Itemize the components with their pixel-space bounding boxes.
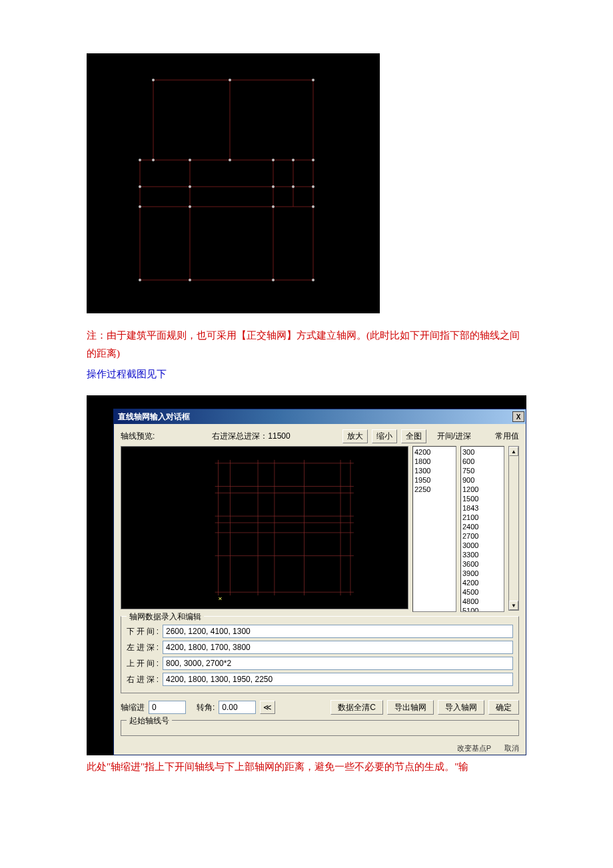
- list-item[interactable]: 1300: [414, 466, 454, 475]
- list-item[interactable]: 3900: [462, 569, 502, 578]
- axis-indent-input[interactable]: 0: [149, 701, 186, 714]
- list-item[interactable]: 300: [462, 447, 502, 457]
- svg-point-15: [229, 79, 231, 81]
- svg-point-27: [292, 185, 295, 188]
- full-view-button[interactable]: 全图: [401, 429, 426, 443]
- note-text-3: 此处"轴缩进"指上下开间轴线与下上部轴网的距离，避免一些不必要的节点的生成。"输: [87, 758, 526, 776]
- svg-point-26: [272, 185, 275, 188]
- svg-point-28: [312, 185, 314, 188]
- dialog-title: 直线轴网输入对话框: [118, 411, 190, 423]
- close-icon[interactable]: X: [512, 411, 524, 422]
- preview-label: 轴线预览:: [121, 431, 155, 442]
- list-item[interactable]: 1843: [462, 503, 502, 513]
- scroll-up-icon[interactable]: ▲: [509, 447, 518, 456]
- import-grid-button[interactable]: 导入轴网: [438, 700, 484, 715]
- cancel-button[interactable]: 取消: [504, 743, 519, 753]
- group-data-entry-title: 轴网数据录入和编辑: [127, 611, 204, 623]
- list-item[interactable]: 4200: [414, 447, 454, 457]
- list-item[interactable]: 2250: [414, 485, 454, 494]
- list1-header: 开间/进深: [437, 431, 471, 442]
- field1-label: 下开间:: [127, 626, 159, 637]
- group-start-axis-title: 起始轴线号: [127, 715, 172, 727]
- cad-plan-screenshot: [87, 53, 380, 313]
- svg-point-19: [189, 159, 191, 161]
- list-item[interactable]: 3000: [462, 541, 502, 550]
- field3-input[interactable]: 800, 3000, 2700*2: [163, 657, 513, 670]
- list-item[interactable]: 1950: [414, 475, 454, 485]
- zoom-out-button[interactable]: 缩小: [372, 429, 397, 443]
- svg-point-20: [229, 159, 231, 161]
- field3-label: 上开间:: [127, 658, 159, 669]
- list-item[interactable]: 2400: [462, 522, 502, 531]
- list-item[interactable]: 900: [462, 475, 502, 485]
- rotation-angle-input[interactable]: 0.00: [219, 701, 256, 714]
- span-depth-listbox[interactable]: 42001800130019502250: [412, 446, 456, 612]
- svg-point-30: [189, 205, 191, 208]
- list-item[interactable]: 1200: [462, 485, 502, 494]
- list-item[interactable]: 2700: [462, 531, 502, 541]
- field2-input[interactable]: 4200, 1800, 1700, 3800: [163, 641, 513, 654]
- svg-point-34: [189, 279, 191, 281]
- list-item[interactable]: 1500: [462, 494, 502, 503]
- list-item[interactable]: 750: [462, 466, 502, 475]
- list-item[interactable]: 2100: [462, 513, 502, 522]
- svg-point-35: [272, 279, 275, 281]
- svg-point-29: [139, 205, 141, 208]
- field2-label: 左进深:: [127, 642, 159, 653]
- list-item[interactable]: 5100: [462, 606, 502, 612]
- note-text-1: 注：由于建筑平面规则，也可采用【正交轴网】方式建立轴网。(此时比如下开间指下部的…: [87, 327, 526, 363]
- scroll-down-icon[interactable]: ▼: [509, 601, 518, 610]
- svg-point-32: [312, 205, 314, 208]
- clear-data-button[interactable]: 数据全清C: [330, 700, 383, 715]
- svg-point-31: [272, 205, 275, 208]
- svg-point-36: [312, 279, 314, 281]
- list-item[interactable]: 1800: [414, 457, 454, 466]
- svg-point-33: [139, 279, 141, 281]
- svg-point-18: [152, 159, 155, 161]
- svg-point-21: [272, 159, 275, 161]
- field1-input[interactable]: 2600, 1200, 4100, 1300: [163, 625, 513, 638]
- note-text-2: 操作过程截图见下: [87, 365, 526, 383]
- angle-pick-button[interactable]: ≪: [260, 701, 275, 714]
- grid-preview-canvas[interactable]: ×: [121, 446, 408, 609]
- svg-point-25: [189, 185, 191, 188]
- depth-summary-label: 右进深总进深：11500: [212, 431, 290, 442]
- ok-button[interactable]: 确定: [488, 700, 519, 715]
- field4-input[interactable]: 4200, 1800, 1300, 1950, 2250: [163, 673, 513, 686]
- common-values-listbox[interactable]: 3006007509001200150018432100240027003000…: [460, 446, 504, 612]
- svg-point-17: [139, 159, 141, 161]
- field4-label: 右进深:: [127, 674, 159, 685]
- change-basepoint-button[interactable]: 改变基点P: [457, 743, 491, 753]
- svg-point-23: [312, 159, 314, 161]
- export-grid-button[interactable]: 导出轴网: [387, 700, 434, 715]
- zoom-in-button[interactable]: 放大: [342, 429, 368, 443]
- list2-header: 常用值: [495, 431, 519, 442]
- list-item[interactable]: 600: [462, 457, 502, 466]
- list-item[interactable]: 3600: [462, 559, 502, 569]
- svg-point-24: [139, 185, 141, 188]
- svg-point-22: [292, 159, 295, 161]
- rotation-angle-label: 转角:: [197, 702, 215, 713]
- svg-point-16: [312, 79, 314, 81]
- axis-indent-label: 轴缩进: [121, 702, 145, 713]
- list-item[interactable]: 4800: [462, 597, 502, 606]
- listbox-scrollbar[interactable]: ▲ ▼: [508, 446, 519, 611]
- list-item[interactable]: 3300: [462, 550, 502, 559]
- list-item[interactable]: 4500: [462, 587, 502, 597]
- svg-text:×: ×: [219, 595, 223, 602]
- svg-point-14: [152, 79, 155, 81]
- list-item[interactable]: 4200: [462, 578, 502, 587]
- dialog-screenshot: 直线轴网输入对话框 X 轴线预览: 右进深总进深：11500 放大 缩小 全图 …: [87, 395, 526, 755]
- dialog-titlebar[interactable]: 直线轴网输入对话框 X: [114, 409, 526, 424]
